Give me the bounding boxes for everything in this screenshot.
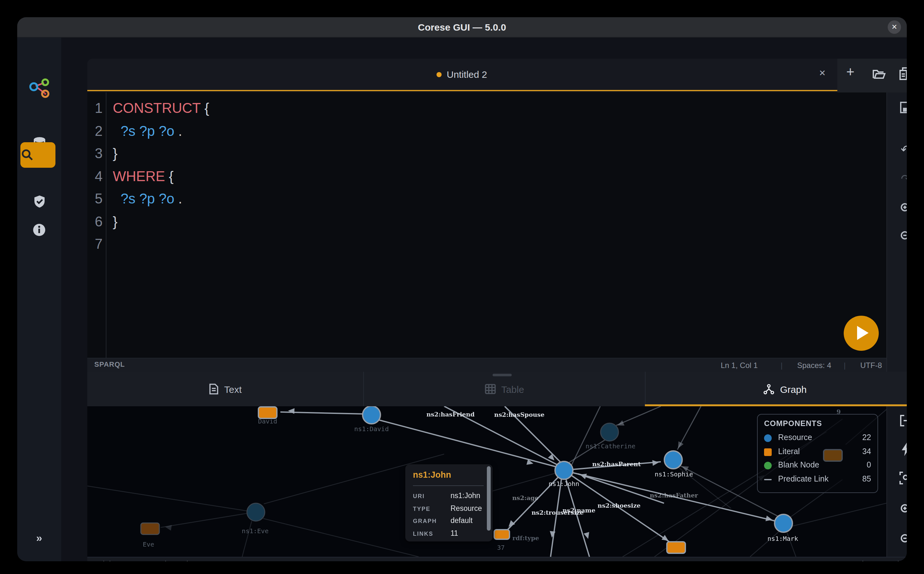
tab-table[interactable]: Table	[364, 372, 645, 406]
legend-row-link: Predicate Link85	[764, 474, 871, 484]
code-line[interactable]: 3}	[87, 142, 886, 165]
arrowhead-icon	[165, 524, 172, 531]
tooltip-row-links: LINKS11	[413, 529, 486, 541]
save-icon[interactable]	[887, 101, 907, 114]
tab-table-label: Table	[501, 384, 524, 394]
editor-tab-bar: Untitled 2 ✕	[87, 59, 838, 91]
node-label-ns1-david: ns1:David	[354, 425, 389, 433]
node-label-ns1-sophie: ns1:Sophie	[655, 470, 693, 478]
line-number: 7	[87, 233, 102, 256]
tooltip-row-graph: GRAPHdefault	[413, 517, 486, 529]
arrowhead-icon	[549, 531, 555, 538]
edge-label: rdf:type	[512, 535, 539, 541]
unsaved-dot-icon	[437, 72, 442, 77]
tooltip-divider	[413, 485, 484, 486]
editor-tab-untitled-2[interactable]: Untitled 2	[447, 69, 487, 80]
predicate-link	[551, 479, 561, 557]
line-number: 1	[87, 97, 102, 120]
graph-zoom-in-icon[interactable]	[887, 503, 907, 516]
arrowhead-icon	[507, 520, 515, 529]
sidebar-expand-icon[interactable]: »	[17, 532, 61, 545]
graph-zoom-out-icon[interactable]	[887, 533, 907, 546]
code-line[interactable]: 1CONSTRUCT {	[87, 97, 886, 120]
redo-icon[interactable]: ↷	[887, 172, 907, 186]
code-line[interactable]: 4WHERE {	[87, 165, 886, 188]
zoom-in-icon[interactable]	[887, 202, 907, 214]
graph-literal-lit-david[interactable]	[258, 407, 277, 418]
editor-toolbar: ↶ ↷	[886, 93, 907, 372]
node-label-ns1-mark: ns1:Mark	[768, 535, 798, 542]
graph-node-ns1-catherine[interactable]	[600, 423, 618, 441]
graph-node-ns1-john[interactable]	[555, 461, 573, 479]
tab-text-label: Text	[224, 384, 242, 394]
zoom-out-icon[interactable]	[887, 230, 907, 243]
arrowhead-icon	[765, 516, 773, 523]
literal-swatch-icon	[764, 448, 772, 456]
node-label-lit-37: 37	[497, 544, 505, 551]
separator: |	[781, 361, 783, 370]
arrowhead-icon	[288, 408, 295, 414]
info-icon[interactable]	[17, 223, 61, 237]
tab-text[interactable]: Text	[87, 372, 363, 406]
separator: |	[844, 361, 845, 370]
open-file-icon[interactable]	[872, 68, 886, 80]
predicate-link	[566, 479, 589, 557]
export-graph-icon[interactable]	[887, 415, 907, 427]
view-mode: View: Standard	[857, 560, 907, 561]
title-bar: Corese GUI — 5.0.0 ✕	[17, 17, 907, 38]
triples-count: Triples: 0	[96, 560, 128, 561]
app-window: Corese GUI — 5.0.0 ✕	[17, 17, 907, 561]
cursor-position[interactable]: Ln 1, Col 1	[721, 361, 758, 370]
code-line[interactable]: 5 ?s ?p ?o .	[87, 188, 886, 210]
code-line[interactable]: 6}	[87, 210, 886, 233]
graph-toolbar	[886, 406, 907, 557]
line-number: 5	[87, 188, 102, 210]
undo-icon[interactable]: ↶	[887, 142, 907, 157]
window-close-button[interactable]: ✕	[888, 20, 901, 34]
blank-swatch-icon	[764, 462, 772, 469]
node-label-ns1-eve: ns1:Eve	[242, 527, 269, 535]
window-title: Corese GUI — 5.0.0	[17, 17, 907, 38]
components-title: COMPONENTS	[764, 419, 822, 428]
new-tab-button[interactable]: +	[846, 65, 855, 79]
sidebar: » ⚙	[17, 38, 61, 561]
shield-check-icon[interactable]	[17, 194, 61, 208]
tab-graph[interactable]: Graph	[646, 372, 907, 406]
graph-literal-lit-37[interactable]	[494, 530, 509, 539]
result-view-tabs: Text Table Graph	[87, 372, 907, 406]
tab-close-icon[interactable]: ✕	[819, 68, 826, 78]
graph-literal-lit-bottom[interactable]	[667, 542, 685, 553]
tooltip-scrollbar[interactable]	[487, 466, 491, 531]
graph-node-ns1-mark[interactable]	[775, 514, 792, 532]
play-icon	[857, 326, 869, 340]
graph-node-ns1-sophie[interactable]	[664, 451, 682, 469]
line-number: 6	[87, 210, 102, 233]
arrowhead-icon	[676, 442, 684, 449]
arrowhead-icon	[579, 472, 587, 479]
graph-literal-lit-eve[interactable]	[141, 523, 159, 535]
lightning-icon[interactable]	[887, 443, 907, 456]
code-line[interactable]: 2 ?s ?p ?o .	[87, 120, 886, 142]
graph-node-ns1-david[interactable]	[363, 406, 380, 424]
language-badge: SPARQL	[94, 360, 125, 368]
components-legend: COMPONENTS Resource22Literal34Blank Node…	[757, 414, 878, 493]
encoding-setting[interactable]: UTF-8	[860, 361, 882, 370]
edge-label: ns2:hasFriend	[426, 411, 475, 418]
node-label-ns1-john: ns1:John	[548, 480, 579, 487]
graph-node-ns1-eve[interactable]	[247, 503, 265, 521]
edge-label: ns2:shoesize	[598, 502, 641, 509]
tab-actions-panel: +	[838, 59, 907, 93]
predicate-link	[376, 419, 559, 467]
line-number: 4	[87, 165, 102, 188]
run-query-button[interactable]	[844, 316, 879, 351]
node-label-lit-eve: Eve	[143, 541, 154, 548]
legend-row-blank: Blank Node0	[764, 460, 871, 471]
code-line[interactable]: 7	[87, 233, 886, 256]
search-nav-button[interactable]	[20, 142, 55, 168]
indentation-setting[interactable]: Spaces: 4	[797, 361, 831, 370]
copy-document-icon[interactable]	[899, 67, 907, 80]
scan-search-icon[interactable]	[887, 472, 907, 485]
sparql-code-editor[interactable]: 1CONSTRUCT {2 ?s ?p ?o .3}4WHERE {5 ?s ?…	[87, 93, 886, 358]
editor-status-bar: SPARQL Ln 1, Col 1 | Spaces: 4 | UTF-8	[87, 358, 886, 372]
named-graphs-count: Named Graphs: 0	[141, 560, 204, 561]
